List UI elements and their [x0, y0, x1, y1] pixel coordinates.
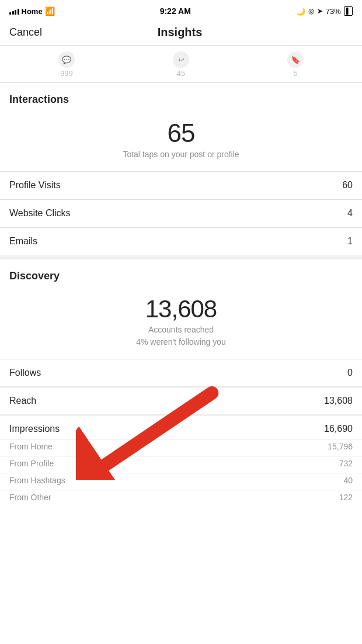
nav-bar: Cancel Insights	[0, 21, 362, 46]
impressions-value: 16,690	[324, 424, 353, 434]
metric-chip-comments: 💬 999	[58, 51, 75, 78]
signal-bars	[9, 8, 19, 15]
discovery-hero-line2: 4% weren't following you	[9, 337, 353, 348]
interactions-title: Interactions	[9, 94, 69, 105]
from-hashtags-label: From Hashtags	[9, 476, 65, 485]
from-profile-value: 732	[339, 459, 353, 468]
moon-icon: 🌙	[296, 7, 305, 16]
from-hashtags-row: From Hashtags 40	[0, 473, 362, 490]
from-hashtags-value: 40	[343, 476, 353, 485]
interactions-hero-label: Total taps on your post or profile	[9, 149, 353, 161]
saves-value: 5	[293, 69, 297, 78]
interactions-header: Interactions	[0, 83, 362, 110]
top-metrics-strip: 💬 999 ↩ 45 🔖 5	[0, 46, 362, 83]
emails-label: Emails	[9, 236, 37, 247]
from-other-row: From Other 122	[0, 490, 362, 510]
discovery-header: Discovery	[0, 259, 362, 287]
wifi-icon: 📶	[45, 6, 55, 16]
discovery-section: Discovery 13,608 Accounts reached 4% wer…	[0, 259, 362, 510]
profile-visits-value: 60	[342, 180, 353, 191]
from-home-label: From Home	[9, 442, 53, 451]
follows-value: 0	[347, 368, 353, 378]
battery-label: 73%	[326, 7, 341, 16]
saves-icon: 🔖	[287, 51, 304, 68]
reach-row: Reach 13,608	[0, 387, 362, 415]
from-home-row: From Home 15,796	[0, 439, 362, 456]
metric-chip-shares: ↩ 45	[173, 51, 189, 78]
battery-icon: ▌	[344, 6, 353, 16]
profile-visits-row: Profile Visits 60	[0, 172, 362, 199]
comments-value: 999	[60, 69, 73, 78]
discovery-title: Discovery	[9, 270, 60, 282]
status-time: 9:22 AM	[160, 6, 191, 16]
impressions-row: Impressions 16,690	[0, 416, 362, 439]
comments-icon: 💬	[58, 51, 75, 68]
shares-icon: ↩	[173, 51, 189, 68]
impressions-label: Impressions	[9, 424, 60, 434]
section-divider	[0, 255, 362, 259]
shares-value: 45	[177, 69, 185, 78]
follows-label: Follows	[9, 368, 41, 378]
website-clicks-value: 4	[347, 208, 353, 219]
reach-value: 13,608	[324, 396, 353, 406]
profile-visits-label: Profile Visits	[9, 180, 61, 191]
emails-value: 1	[347, 236, 353, 247]
discovery-hero-line1: Accounts reached	[9, 324, 353, 336]
status-right: 🌙 ◎ ➤ 73% ▌	[296, 6, 353, 16]
status-left: Home 📶	[9, 6, 55, 16]
navigation-icon: ➤	[317, 7, 323, 15]
website-clicks-row: Website Clicks 4	[0, 200, 362, 227]
interactions-hero: 65 Total taps on your post or profile	[0, 110, 362, 171]
status-bar: Home 📶 9:22 AM 🌙 ◎ ➤ 73% ▌	[0, 0, 362, 21]
from-profile-label: From Profile	[9, 459, 54, 468]
interactions-hero-number: 65	[9, 119, 353, 148]
from-other-value: 122	[339, 493, 353, 502]
from-home-value: 15,796	[328, 442, 353, 451]
discovery-hero: 13,608 Accounts reached 4% weren't follo…	[0, 287, 362, 359]
follows-row: Follows 0	[0, 359, 362, 387]
website-clicks-label: Website Clicks	[9, 208, 71, 219]
impressions-block: Impressions 16,690 From Home 15,796 From…	[0, 416, 362, 510]
reach-label: Reach	[9, 396, 36, 406]
location-icon: ◎	[308, 7, 314, 15]
interactions-section: Interactions 65 Total taps on your post …	[0, 83, 362, 255]
emails-row: Emails 1	[0, 228, 362, 255]
page-title: Insights	[158, 26, 203, 39]
from-profile-row: From Profile 732	[0, 456, 362, 473]
from-other-label: From Other	[9, 493, 51, 502]
discovery-hero-number: 13,608	[9, 295, 353, 323]
metric-chip-saves: 🔖 5	[287, 51, 304, 78]
cancel-button[interactable]: Cancel	[9, 26, 42, 39]
carrier-label: Home	[22, 7, 43, 16]
